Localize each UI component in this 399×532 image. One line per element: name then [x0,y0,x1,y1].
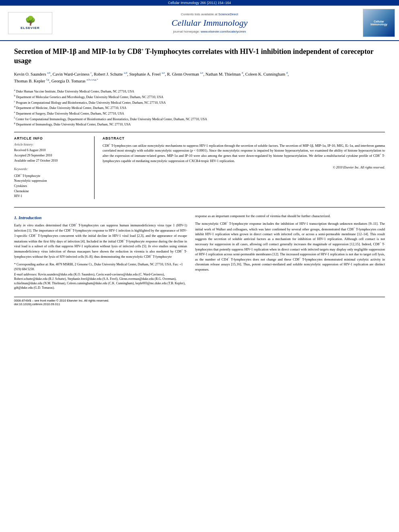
publisher-logo-area: 🌳 ELSEVIER [4,12,56,34]
intro-paragraph-3: The noncytolytic CD8+ T-lymphocyte respo… [195,221,385,271]
abstract-text: CD8+ T-lymphocytes can utilize noncytoly… [103,143,385,163]
journal-cover-label: CellularImmunology [369,18,389,27]
section-title-text: Introduction [19,215,41,220]
divider-1 [14,132,385,132]
sciencedirect-prefix: Contents lists available at [181,12,218,16]
journal-cover-image: CellularImmunology [363,9,395,37]
intro-section-title: 1. Introduction [14,215,187,220]
journal-homepage-link[interactable]: www.elsevier.com/locate/ycimm [201,30,246,33]
article-info-abstract-columns: ARTICLE INFO Article history: Received 6… [14,136,385,199]
copyright-line: © 2010 Elsevier Inc. All rights reserved… [103,166,385,169]
doi-line: doi:10.1016/j.cellimm.2010.09.011 [14,302,60,306]
journal-title: Cellular Immunology [60,18,359,28]
journal-citation: Cellular Immunology 266 (2011) 154–164 [168,1,231,5]
corresponding-author-note: * Corresponding author at: Rm. 4079 MSRB… [14,262,187,271]
section-number: 1. [14,215,17,220]
accepted-date: Accepted 29 September 2010 [14,153,88,158]
keywords-heading: Keywords: [14,167,88,171]
article-history-label: Article history: [14,143,88,146]
available-date: Available online 27 October 2010 [14,158,88,163]
homepage-prefix: journal homepage: [173,30,201,33]
body-right-column: response as an important component for t… [195,214,385,291]
email-addresses-note: E-mail addresses: Kevin.saunders@duke.ed… [14,272,187,290]
divider-2 [14,207,385,207]
elsevier-logo: 🌳 ELSEVIER [8,12,52,34]
tree-icon: 🌳 [25,16,36,25]
elsevier-brand: ELSEVIER [21,26,40,30]
journal-title-area: Contents lists available at ScienceDirec… [56,12,363,33]
journal-homepage-line: journal homepage: www.elsevier.com/locat… [60,30,359,33]
body-left-column: 1. Introduction Early in vitro studies d… [14,214,187,291]
affiliations: a Duke Human Vaccine Institute, Duke Uni… [14,88,385,127]
main-content: Secretion of MIP-1β and MIP-1α by CD8+ T… [0,41,399,314]
footnotes-section: * Corresponding author at: Rm. 4079 MSRB… [14,262,187,290]
issn-line: 0008-8749/$ – see front matter © 2010 El… [14,299,109,302]
journal-thumbnail: CellularImmunology [363,9,395,37]
article-title: Secretion of MIP-1β and MIP-1α by CD8+ T… [14,47,385,66]
intro-paragraph-1: Early in vitro studies determined that C… [14,222,187,259]
sciencedirect-link[interactable]: ScienceDirect [218,12,238,16]
article-info-heading: ARTICLE INFO [14,136,88,140]
sciencedirect-line: Contents lists available at ScienceDirec… [60,12,359,16]
intro-paragraph-2: response as an important component for t… [195,214,385,218]
article-info-column: ARTICLE INFO Article history: Received 6… [14,136,95,199]
keywords-list: CD8+ T-lymphocyte Noncytolytic suppressi… [14,173,88,199]
abstract-column: ABSTRACT CD8+ T-lymphocytes can utilize … [103,136,385,199]
page-footer: 0008-8749/$ – see front matter © 2010 El… [14,297,385,306]
body-columns: 1. Introduction Early in vitro studies d… [14,214,385,291]
journal-citation-bar: Cellular Immunology 266 (2011) 154–164 [0,0,399,6]
authors: Kevin O. Saunders a,b, Cavin Ward-Cavine… [14,71,385,85]
journal-header: 🌳 ELSEVIER Contents lists available at S… [0,6,399,41]
received-date: Received 6 August 2010 [14,148,88,152]
abstract-heading: ABSTRACT [103,136,385,140]
